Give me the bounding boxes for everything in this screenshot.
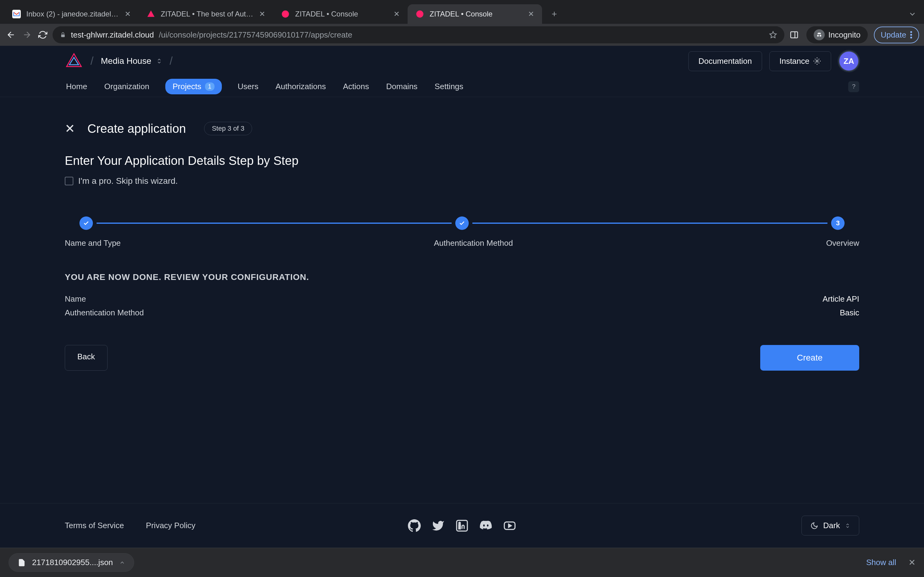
chevron-updown-icon [845,523,850,529]
create-button[interactable]: Create [760,345,859,371]
zitadel-icon [415,9,425,19]
step-1-indicator[interactable] [79,216,93,230]
close-icon[interactable]: ✕ [393,10,400,18]
help-button[interactable]: ? [848,81,859,92]
linkedin-icon[interactable] [456,519,468,532]
svg-rect-4 [61,34,65,37]
zitadel-logo[interactable] [65,52,83,70]
breadcrumb-separator: / [170,55,173,68]
incognito-indicator[interactable]: Incognito [806,26,868,44]
browser-tab-active[interactable]: ZITADEL • Console ✕ [408,4,542,24]
reload-button[interactable] [37,29,49,41]
tab-title: ZITADEL • Console [295,10,388,18]
new-tab-button[interactable]: + [547,7,562,21]
browser-tab[interactable]: Inbox (2) - janedoe.zitadel@gm ✕ [4,4,139,24]
zitadel-icon [146,9,156,19]
chevron-up-icon[interactable] [119,559,125,566]
browser-tab[interactable]: ZITADEL • Console ✕ [273,4,408,24]
svg-point-10 [910,31,912,33]
update-button[interactable]: Update [874,27,919,44]
tab-strip: Inbox (2) - janedoe.zitadel@gm ✕ ZITADEL… [0,0,924,24]
gmail-icon [11,9,21,19]
close-icon[interactable]: ✕ [258,10,266,18]
review-value: Basic [840,308,859,318]
nav-domains[interactable]: Domains [385,78,419,95]
back-button[interactable] [5,29,17,41]
app: / Media House / Documentation Instance Z… [0,46,924,389]
check-icon [83,220,89,226]
svg-marker-20 [509,524,512,527]
skip-checkbox[interactable] [65,177,73,185]
org-selector[interactable]: Media House [101,56,162,66]
close-wizard-button[interactable]: ✕ [65,121,75,135]
svg-point-8 [817,35,819,37]
review-label: Name [65,294,86,304]
download-filename: 2171810902955....json [32,558,113,567]
projects-count-badge: 1 [205,82,215,91]
wizard-actions: Back Create [65,345,859,371]
check-icon [459,220,465,226]
nav-organization[interactable]: Organization [103,78,150,95]
instance-button[interactable]: Instance [769,51,831,71]
user-avatar[interactable]: ZA [838,51,859,71]
svg-point-18 [459,522,460,524]
nav-authorizations[interactable]: Authorizations [275,78,327,95]
skip-label: I'm a pro. Skip this wizard. [78,176,178,186]
theme-switcher[interactable]: Dark [801,516,859,535]
step-connector [472,222,827,224]
youtube-icon[interactable] [503,519,516,532]
skip-wizard-row[interactable]: I'm a pro. Skip this wizard. [65,176,859,186]
tab-title: Inbox (2) - janedoe.zitadel@gm [26,10,119,18]
download-bar: 2171810902955....json Show all ✕ [0,548,924,577]
zitadel-icon [281,9,290,19]
nav-home[interactable]: Home [65,78,88,95]
step-2-label: Authentication Method [434,239,513,248]
breadcrumb-separator: / [90,55,94,68]
chrome-actions: Incognito Update [788,26,919,44]
tos-link[interactable]: Terms of Service [65,521,124,530]
main-nav: Home Organization Projects 1 Users Autho… [0,76,924,97]
download-item[interactable]: 2171810902955....json [8,553,134,572]
github-icon[interactable] [408,519,421,532]
step-labels: Name and Type Authentication Method Over… [65,239,859,248]
documentation-button[interactable]: Documentation [688,51,762,71]
step-1-label: Name and Type [65,239,121,248]
tab-overflow-icon[interactable] [908,10,917,18]
file-icon [18,558,26,567]
back-button[interactable]: Back [65,345,108,371]
svg-point-3 [416,10,423,18]
nav-projects[interactable]: Projects 1 [165,79,222,94]
step-2-indicator[interactable] [455,216,469,230]
step-indicator: Step 3 of 3 [204,122,252,135]
forward-button[interactable] [21,29,33,41]
page-title: Create application [87,122,186,135]
step-connector [97,222,452,224]
footer-links: Terms of Service Privacy Policy [65,521,195,530]
privacy-link[interactable]: Privacy Policy [146,521,195,530]
close-icon[interactable]: ✕ [527,10,535,18]
svg-point-9 [819,35,821,37]
svg-rect-6 [790,32,798,38]
nav-users[interactable]: Users [236,78,260,95]
review-label: Authentication Method [65,308,144,318]
nav-actions[interactable]: Actions [342,78,370,95]
nav-settings[interactable]: Settings [433,78,464,95]
moon-icon [810,522,818,530]
step-3-indicator[interactable]: 3 [831,216,845,230]
close-download-bar[interactable]: ✕ [908,558,916,567]
browser-tab[interactable]: ZITADEL • The best of Auth0 a ✕ [139,4,273,24]
close-icon[interactable]: ✕ [124,10,131,18]
stepper: 3 [65,216,859,230]
gear-icon [813,57,821,65]
twitter-icon[interactable] [432,519,444,532]
bookmark-icon[interactable] [769,31,777,39]
review-heading: YOU ARE NOW DONE. REVIEW YOUR CONFIGURAT… [65,272,859,282]
show-all-downloads[interactable]: Show all [866,558,896,567]
panel-icon[interactable] [788,29,800,41]
svg-point-15 [816,60,818,62]
url-input[interactable]: test-ghlwrr.zitadel.cloud/ui/console/pro… [53,26,784,44]
main-content: ✕ Create application Step 3 of 3 Enter Y… [0,97,924,389]
discord-icon[interactable] [480,519,492,532]
svg-point-11 [910,34,912,36]
incognito-label: Incognito [829,30,861,40]
